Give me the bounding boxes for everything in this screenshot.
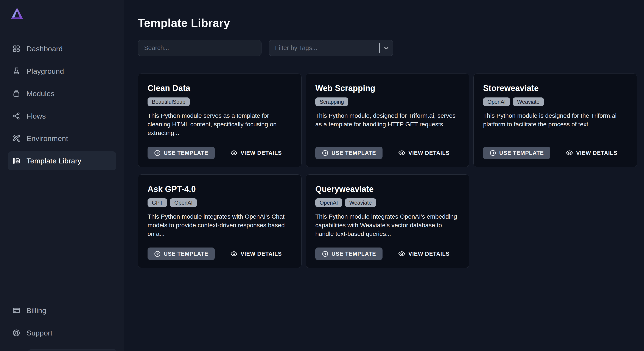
module-box-icon [12,90,20,98]
tag-pill: GPT [148,198,167,207]
circle-arrow-right-icon [322,250,328,257]
sidebar-item-billing[interactable]: Billing [8,301,116,320]
bottom-partial-card[interactable] [28,349,117,351]
card-title: Web Scrapping [315,83,460,93]
tag-pill: Weaviate [513,98,544,106]
card-title: Storeweaviate [483,83,628,93]
card-tags: GPTOpenAI [148,198,292,207]
tag-pill: OpenAI [483,98,510,106]
eye-icon [230,250,238,257]
tags-filter-dropdown[interactable]: Filter by Tags... [269,40,393,56]
card-description: This Python module integrates with OpenA… [148,212,292,238]
tag-pill: Scrapping [315,98,348,106]
template-card: Ask GPT-4.0 GPTOpenAI This Python module… [138,174,302,268]
sidebar-item-label: Support [26,329,52,337]
eye-icon [230,149,238,157]
use-template-label: USE TEMPLATE [499,150,544,156]
circle-arrow-right-icon [490,150,496,156]
layout-grid-icon [12,45,20,53]
sidebar-item-label: Modules [26,90,54,98]
sidebar-item-playground[interactable]: Playground [8,62,116,81]
cards-grid: Clean Data BeautifulSoup This Python mod… [138,74,637,268]
card-footer: USE TEMPLATE VIEW DETAILS [315,247,460,260]
sidebar-item-template-library[interactable]: Template Library [8,151,116,170]
search-input[interactable] [138,45,261,52]
circle-arrow-right-icon [154,250,161,257]
card-title: Clean Data [148,83,292,93]
eye-icon [398,149,405,157]
tags-filter-placeholder: Filter by Tags... [275,45,379,52]
sidebar: Dashboard Playground Modules Flows [0,0,124,351]
main-content: Template Library Filter by Tags... Clean… [124,0,644,351]
tools-icon [12,135,20,142]
view-details-link[interactable]: VIEW DETAILS [230,250,282,257]
life-buoy-icon [12,329,20,337]
gallery-library-icon [12,157,20,165]
sidebar-item-label: Environment [26,134,68,143]
card-description: This Python module serves as a template … [148,111,292,137]
template-card: Clean Data BeautifulSoup This Python mod… [138,74,302,167]
card-footer: USE TEMPLATE VIEW DETAILS [483,147,628,159]
card-tags: OpenAIWeaviate [315,198,460,207]
view-details-label: VIEW DETAILS [408,251,450,257]
tag-pill: OpenAI [315,198,342,207]
card-footer: USE TEMPLATE VIEW DETAILS [315,147,460,159]
template-card: Web Scrapping Scrapping This Python modu… [306,74,469,167]
use-template-button[interactable]: USE TEMPLATE [315,147,382,159]
card-title: Ask GPT-4.0 [148,184,292,194]
search-box [138,40,262,56]
circle-arrow-right-icon [154,150,161,156]
sidebar-item-label: Playground [26,67,64,76]
template-card: Storeweaviate OpenAIWeaviate This Python… [474,74,637,167]
circle-arrow-right-icon [322,150,328,156]
use-template-button[interactable]: USE TEMPLATE [483,147,550,159]
sidebar-item-flows[interactable]: Flows [8,107,116,126]
flask-icon [12,67,20,75]
dropdown-divider [379,43,380,53]
card-footer: USE TEMPLATE VIEW DETAILS [148,247,292,260]
use-template-button[interactable]: USE TEMPLATE [148,147,215,159]
sidebar-item-modules[interactable]: Modules [8,84,116,103]
credit-card-icon [12,306,20,314]
tag-pill: OpenAI [170,198,197,207]
chevron-down-icon[interactable] [380,45,393,51]
filter-controls: Filter by Tags... [138,40,637,56]
triform-logo penrose-triangle-logo[interactable] [10,7,24,20]
sidebar-item-environment[interactable]: Environment [8,129,116,148]
page-title: Template Library [138,16,637,30]
sidebar-item-dashboard[interactable]: Dashboard [8,39,116,58]
view-details-label: VIEW DETAILS [576,150,617,156]
sidebar-item-label: Billing [26,306,46,315]
tag-pill: BeautifulSoup [148,98,190,106]
sidebar-item-label: Template Library [26,157,82,165]
view-details-link[interactable]: VIEW DETAILS [566,149,617,157]
card-footer: USE TEMPLATE VIEW DETAILS [148,147,292,159]
view-details-link[interactable]: VIEW DETAILS [230,149,282,157]
share-nodes-icon [12,112,20,120]
view-details-label: VIEW DETAILS [408,150,450,156]
card-title: Queryweaviate [315,184,460,194]
use-template-label: USE TEMPLATE [164,150,208,156]
card-description: This Python module integrates OpenAI's e… [315,212,460,238]
card-description: This Python module, designed for Triform… [315,111,460,129]
card-tags: Scrapping [315,98,460,106]
view-details-link[interactable]: VIEW DETAILS [398,149,450,157]
sidebar-nav: Dashboard Playground Modules Flows [8,39,116,174]
use-template-button[interactable]: USE TEMPLATE [315,247,382,260]
use-template-button[interactable]: USE TEMPLATE [148,247,215,260]
tag-pill: Weaviate [345,198,376,207]
view-details-link[interactable]: VIEW DETAILS [398,250,450,257]
card-tags: BeautifulSoup [148,98,292,106]
use-template-label: USE TEMPLATE [332,150,376,156]
template-card: Queryweaviate OpenAIWeaviate This Python… [306,174,469,268]
use-template-label: USE TEMPLATE [332,251,376,257]
sidebar-item-label: Flows [26,112,46,120]
sidebar-item-support[interactable]: Support [8,323,116,342]
sidebar-item-label: Dashboard [26,45,63,53]
sidebar-footer-nav: Billing Support [8,301,116,346]
eye-icon [398,250,405,257]
card-tags: OpenAIWeaviate [483,98,628,106]
card-description: This Python module is designed for the T… [483,111,628,129]
use-template-label: USE TEMPLATE [164,251,208,257]
eye-icon [566,149,573,157]
